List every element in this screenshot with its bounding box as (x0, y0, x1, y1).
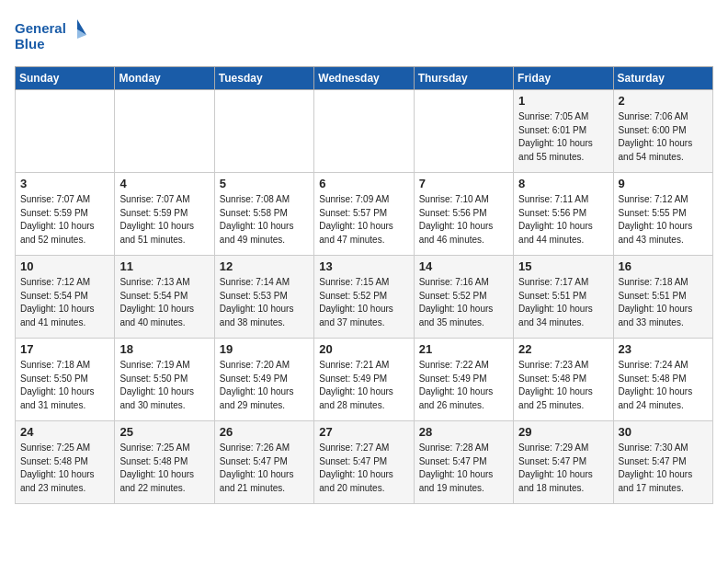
calendar-cell: 6Sunrise: 7:09 AM Sunset: 5:57 PM Daylig… (314, 173, 414, 256)
day-info: Sunrise: 7:25 AM Sunset: 5:48 PM Dayligh… (20, 442, 109, 495)
day-info: Sunrise: 7:07 AM Sunset: 5:59 PM Dayligh… (119, 193, 209, 247)
calendar-cell: 23Sunrise: 7:24 AM Sunset: 5:48 PM Dayli… (613, 339, 712, 421)
day-number: 25 (119, 425, 209, 439)
day-number: 26 (220, 425, 309, 439)
day-info: Sunrise: 7:28 AM Sunset: 5:47 PM Dayligh… (419, 442, 508, 495)
calendar-cell: 5Sunrise: 7:08 AM Sunset: 5:58 PM Daylig… (214, 173, 313, 256)
day-number: 28 (419, 425, 508, 439)
calendar-cell: 18Sunrise: 7:19 AM Sunset: 5:50 PM Dayli… (115, 339, 214, 421)
day-number: 2 (619, 94, 708, 108)
calendar-cell: 19Sunrise: 7:20 AM Sunset: 5:49 PM Dayli… (214, 339, 313, 421)
day-number: 29 (518, 425, 608, 439)
day-info: Sunrise: 7:15 AM Sunset: 5:52 PM Dayligh… (319, 276, 408, 329)
calendar-cell (414, 90, 513, 173)
day-number: 15 (518, 259, 608, 273)
day-number: 4 (119, 177, 209, 190)
calendar-cell: 30Sunrise: 7:30 AM Sunset: 5:47 PM Dayli… (613, 421, 712, 504)
day-number: 12 (220, 259, 309, 273)
day-info: Sunrise: 7:18 AM Sunset: 5:50 PM Dayligh… (20, 359, 109, 412)
day-info: Sunrise: 7:16 AM Sunset: 5:52 PM Dayligh… (419, 276, 508, 329)
calendar-cell: 28Sunrise: 7:28 AM Sunset: 5:47 PM Dayli… (414, 421, 513, 504)
page-header: General Blue (15, 15, 713, 55)
calendar-cell: 10Sunrise: 7:12 AM Sunset: 5:54 PM Dayli… (16, 256, 115, 339)
calendar-cell: 15Sunrise: 7:17 AM Sunset: 5:51 PM Dayli… (514, 256, 613, 339)
day-number: 1 (518, 94, 608, 108)
calendar-cell: 20Sunrise: 7:21 AM Sunset: 5:49 PM Dayli… (314, 339, 414, 421)
calendar-table: SundayMondayTuesdayWednesdayThursdayFrid… (15, 66, 713, 504)
weekday-header-tuesday: Tuesday (214, 67, 313, 90)
svg-text:Blue: Blue (15, 36, 45, 52)
day-number: 17 (20, 342, 109, 356)
day-number: 22 (518, 342, 608, 356)
day-info: Sunrise: 7:05 AM Sunset: 6:01 PM Dayligh… (518, 110, 608, 164)
day-info: Sunrise: 7:09 AM Sunset: 5:57 PM Dayligh… (319, 193, 408, 247)
calendar-cell: 24Sunrise: 7:25 AM Sunset: 5:48 PM Dayli… (16, 421, 115, 504)
calendar-cell: 29Sunrise: 7:29 AM Sunset: 5:47 PM Dayli… (514, 421, 613, 504)
day-info: Sunrise: 7:27 AM Sunset: 5:47 PM Dayligh… (319, 442, 408, 495)
day-info: Sunrise: 7:30 AM Sunset: 5:47 PM Dayligh… (619, 442, 708, 495)
day-number: 21 (419, 342, 508, 356)
calendar-cell: 17Sunrise: 7:18 AM Sunset: 5:50 PM Dayli… (16, 339, 115, 421)
weekday-header-friday: Friday (514, 67, 613, 90)
calendar-cell: 2Sunrise: 7:06 AM Sunset: 6:00 PM Daylig… (613, 90, 712, 173)
day-number: 11 (119, 259, 209, 273)
calendar-cell (115, 90, 214, 173)
calendar-cell: 4Sunrise: 7:07 AM Sunset: 5:59 PM Daylig… (115, 173, 214, 256)
calendar-cell: 27Sunrise: 7:27 AM Sunset: 5:47 PM Dayli… (314, 421, 414, 504)
day-info: Sunrise: 7:14 AM Sunset: 5:53 PM Dayligh… (220, 276, 309, 329)
day-info: Sunrise: 7:06 AM Sunset: 6:00 PM Dayligh… (619, 110, 708, 164)
day-info: Sunrise: 7:10 AM Sunset: 5:56 PM Dayligh… (419, 193, 508, 247)
calendar-cell: 11Sunrise: 7:13 AM Sunset: 5:54 PM Dayli… (115, 256, 214, 339)
day-number: 13 (319, 259, 408, 273)
calendar-cell: 22Sunrise: 7:23 AM Sunset: 5:48 PM Dayli… (514, 339, 613, 421)
day-number: 10 (20, 259, 109, 273)
day-info: Sunrise: 7:24 AM Sunset: 5:48 PM Dayligh… (619, 359, 708, 412)
calendar-cell (214, 90, 313, 173)
day-number: 7 (419, 177, 508, 190)
svg-text:General: General (15, 20, 66, 36)
day-number: 16 (619, 259, 708, 273)
day-number: 19 (220, 342, 309, 356)
day-info: Sunrise: 7:13 AM Sunset: 5:54 PM Dayligh… (119, 276, 209, 329)
weekday-header-wednesday: Wednesday (314, 67, 414, 90)
calendar-cell: 14Sunrise: 7:16 AM Sunset: 5:52 PM Dayli… (414, 256, 513, 339)
day-info: Sunrise: 7:12 AM Sunset: 5:54 PM Dayligh… (20, 276, 109, 329)
day-info: Sunrise: 7:18 AM Sunset: 5:51 PM Dayligh… (619, 276, 708, 329)
day-info: Sunrise: 7:19 AM Sunset: 5:50 PM Dayligh… (119, 359, 209, 412)
day-info: Sunrise: 7:21 AM Sunset: 5:49 PM Dayligh… (319, 359, 408, 412)
logo: General Blue (15, 15, 88, 55)
day-info: Sunrise: 7:20 AM Sunset: 5:49 PM Dayligh… (220, 359, 309, 412)
day-number: 6 (319, 177, 408, 190)
weekday-header-monday: Monday (115, 67, 214, 90)
day-number: 3 (20, 177, 109, 190)
calendar-cell (314, 90, 414, 173)
logo-svg: General Blue (15, 15, 88, 55)
day-number: 30 (619, 425, 708, 439)
calendar-cell: 8Sunrise: 7:11 AM Sunset: 5:56 PM Daylig… (514, 173, 613, 256)
day-number: 20 (319, 342, 408, 356)
day-number: 24 (20, 425, 109, 439)
calendar-cell (16, 90, 115, 173)
day-number: 23 (619, 342, 708, 356)
day-info: Sunrise: 7:25 AM Sunset: 5:48 PM Dayligh… (119, 442, 209, 495)
day-number: 8 (518, 177, 608, 190)
day-number: 14 (419, 259, 508, 273)
day-number: 27 (319, 425, 408, 439)
calendar-cell: 26Sunrise: 7:26 AM Sunset: 5:47 PM Dayli… (214, 421, 313, 504)
day-info: Sunrise: 7:29 AM Sunset: 5:47 PM Dayligh… (518, 442, 608, 495)
weekday-header-saturday: Saturday (613, 67, 712, 90)
day-info: Sunrise: 7:07 AM Sunset: 5:59 PM Dayligh… (20, 193, 109, 247)
day-info: Sunrise: 7:12 AM Sunset: 5:55 PM Dayligh… (619, 193, 708, 247)
calendar-cell: 3Sunrise: 7:07 AM Sunset: 5:59 PM Daylig… (16, 173, 115, 256)
day-number: 5 (220, 177, 309, 190)
day-info: Sunrise: 7:11 AM Sunset: 5:56 PM Dayligh… (518, 193, 608, 247)
calendar-cell: 1Sunrise: 7:05 AM Sunset: 6:01 PM Daylig… (514, 90, 613, 173)
day-number: 18 (119, 342, 209, 356)
weekday-header-thursday: Thursday (414, 67, 513, 90)
day-info: Sunrise: 7:17 AM Sunset: 5:51 PM Dayligh… (518, 276, 608, 329)
calendar-cell: 7Sunrise: 7:10 AM Sunset: 5:56 PM Daylig… (414, 173, 513, 256)
calendar-cell: 16Sunrise: 7:18 AM Sunset: 5:51 PM Dayli… (613, 256, 712, 339)
day-info: Sunrise: 7:22 AM Sunset: 5:49 PM Dayligh… (419, 359, 508, 412)
day-number: 9 (619, 177, 708, 190)
day-info: Sunrise: 7:08 AM Sunset: 5:58 PM Dayligh… (220, 193, 309, 247)
